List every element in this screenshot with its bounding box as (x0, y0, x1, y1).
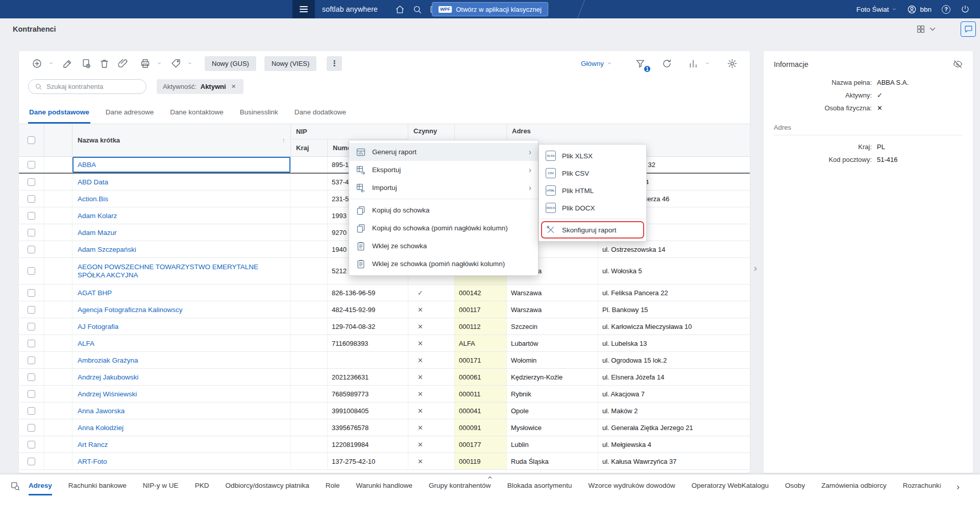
row-checkbox[interactable] (28, 357, 35, 364)
row-checkbox[interactable] (28, 407, 35, 415)
add-options-button[interactable] (46, 55, 56, 72)
row-checkbox[interactable] (28, 306, 35, 314)
global-search-button[interactable] (408, 0, 426, 18)
submenu-item-plik-docx[interactable]: DOCXPlik DOCX (539, 199, 646, 217)
new-vies-button[interactable]: Nowy (VIES) (264, 56, 316, 71)
submenu-item-plik-xlsx[interactable]: XLSXPlik XLSX (539, 147, 646, 164)
column-header-nip[interactable]: NIP (291, 124, 408, 139)
attachments-button[interactable] (114, 55, 131, 72)
user-menu[interactable]: bbn (907, 5, 932, 14)
menu-item-kopiuj-do-schowka[interactable]: Kopiuj do schowka (349, 201, 538, 219)
menu-item-importuj[interactable]: Importuj (349, 179, 538, 197)
contractor-link[interactable]: AJ Fotografia (78, 323, 118, 330)
contractor-link[interactable]: ALFA (78, 340, 94, 347)
submenu-item-plik-html[interactable]: HTMLPlik HTML (539, 182, 646, 199)
contractor-link[interactable]: Agencja Fotograficzna Kalinowscy (78, 306, 183, 314)
scroll-tabs-right-button[interactable] (938, 479, 965, 495)
collapse-info-panel-button[interactable] (749, 259, 762, 277)
row-checkbox[interactable] (28, 373, 35, 381)
bottom-tab-zamówienia-odbiorcy[interactable]: Zamówienia odbiorcy (821, 474, 887, 495)
contractor-link[interactable]: Anna Jaworska (78, 407, 125, 415)
bottom-tab-grupy-kontrahentów[interactable]: Grupy kontrahentów (429, 474, 491, 495)
bottom-tab-operatorzy-webkatalogu[interactable]: Operatorzy WebKatalogu (692, 474, 769, 495)
menu-item-wklej-ze-schowka-pomiń-nagłówki-kolumn[interactable]: Wklej ze schowka (pomiń nagłówki kolumn) (349, 255, 538, 273)
open-classic-app-button[interactable]: WPF Otwórz w aplikacji klasycznej (432, 2, 548, 16)
hide-panel-button[interactable] (953, 59, 963, 69)
logout-button[interactable] (961, 5, 970, 14)
layout-selector-button[interactable] (914, 22, 939, 36)
row-checkbox[interactable] (28, 424, 35, 432)
contractor-link[interactable]: Action.Bis (78, 195, 108, 203)
menu-item-kopiuj-do-schowka-pomiń-nagłówki-kolumn[interactable]: Kopiuj do schowka (pomiń nagłówki kolumn… (349, 219, 538, 237)
bottom-tab-rozrachunki[interactable]: Rozrachunki (903, 474, 941, 495)
contractor-link[interactable]: Art Rancz (78, 441, 108, 448)
menu-item-wklej-ze-schowka[interactable]: Wklej ze schowka (349, 237, 538, 255)
menu-item-eksportuj[interactable]: Eksportuj (349, 161, 538, 179)
contractor-link[interactable]: Adam Kolarz (78, 212, 117, 220)
refresh-button[interactable] (658, 55, 675, 72)
settings-button[interactable] (723, 55, 741, 72)
bottom-tab-wzorce-wydruków-dowodów[interactable]: Wzorce wydruków dowodów (588, 474, 675, 495)
more-actions-button[interactable] (327, 56, 342, 71)
contractor-link[interactable]: AGAT BHP (78, 289, 112, 297)
tab-dane-dodatkowe[interactable]: Dane dodatkowe (293, 108, 347, 124)
row-checkbox[interactable] (28, 229, 35, 236)
submenu-item-plik-csv[interactable]: CSVPlik CSV (539, 164, 646, 182)
bottom-tab-rachunki-bankowe[interactable]: Rachunki bankowe (68, 474, 127, 495)
contractor-link[interactable]: ABD Data (78, 178, 108, 186)
remove-filter-button[interactable] (230, 83, 237, 90)
analysis-button[interactable] (684, 55, 702, 72)
row-checkbox[interactable] (28, 323, 35, 330)
submenu-item-skonfiguruj-raport[interactable]: Skonfiguruj raport (539, 221, 646, 239)
print-button[interactable] (136, 55, 154, 72)
row-checkbox[interactable] (28, 267, 35, 275)
tab-businesslink[interactable]: Businesslink (239, 108, 279, 124)
bottom-tab-blokada-asortymentu[interactable]: Blokada asortymentu (507, 474, 572, 495)
bottom-tab-role[interactable]: Role (326, 474, 340, 495)
contractor-link[interactable]: Andrzej Wiśniewski (78, 390, 137, 398)
contractor-link[interactable]: Adam Mazur (78, 229, 117, 236)
contractor-link[interactable]: Ambroziak Grażyna (78, 357, 138, 364)
row-checkbox[interactable] (28, 289, 35, 297)
bottom-tab-warunki-handlowe[interactable]: Warunki handlowe (356, 474, 412, 495)
bottom-tab-adresy[interactable]: Adresy (29, 474, 52, 495)
filter-button[interactable]: 1 (631, 55, 649, 72)
contractor-link[interactable]: Adam Szczepański (78, 246, 136, 253)
tab-dane-podstawowe[interactable]: Dane podstawowe (28, 108, 90, 124)
column-header-name[interactable]: Nazwa krótka ↑ (72, 124, 291, 156)
company-selector[interactable]: Foto Świat (856, 6, 897, 13)
hamburger-menu-button[interactable] (292, 0, 315, 18)
row-checkbox[interactable] (28, 195, 35, 203)
browse-related-tabs-button[interactable] (10, 481, 20, 491)
print-options-button[interactable] (155, 55, 164, 72)
row-checkbox[interactable] (28, 441, 35, 448)
bottom-tab-odbiorcy-dostawcy-płatnika[interactable]: Odbiorcy/dostawcy płatnika (225, 474, 309, 495)
row-checkbox[interactable] (28, 390, 35, 398)
tab-dane-kontaktowe[interactable]: Dane kontaktowe (169, 108, 224, 124)
contractor-link[interactable]: Andrzej Jakubowski (78, 373, 138, 381)
row-checkbox[interactable] (28, 178, 35, 186)
column-header-kraj[interactable]: Kraj (291, 139, 328, 156)
add-button[interactable] (28, 55, 45, 72)
contractor-link[interactable]: AEGON POWSZECHNE TOWARZYSTWO EMERYTALNE … (78, 263, 285, 279)
new-gus-button[interactable]: Nowy (GUS) (205, 56, 256, 71)
contractor-search[interactable] (28, 79, 146, 94)
discussion-button[interactable] (961, 21, 976, 37)
edit-button[interactable] (59, 55, 76, 72)
bottom-tab-osoby[interactable]: Osoby (785, 474, 805, 495)
row-checkbox[interactable] (28, 212, 35, 220)
row-checkbox[interactable] (28, 340, 35, 347)
row-checkbox[interactable] (28, 458, 35, 465)
delete-button[interactable] (95, 55, 113, 72)
bottom-tab-nip-y-w-ue[interactable]: NIP-y w UE (143, 474, 179, 495)
bottom-tab-pkd[interactable]: PKD (195, 474, 209, 495)
duplicate-button[interactable] (77, 55, 94, 72)
view-selector[interactable]: Główny (581, 60, 612, 67)
tab-dane-adresowe[interactable]: Dane adresowe (105, 108, 155, 124)
home-button[interactable] (391, 0, 408, 18)
active-filter-chip[interactable]: Aktywność: Aktywni (157, 79, 243, 94)
contractor-link[interactable]: Anna Kołodziej (78, 424, 124, 432)
contractor-link[interactable]: ABBA (78, 161, 96, 169)
row-checkbox[interactable] (28, 161, 35, 169)
collapse-bottom-panel-button[interactable] (483, 474, 497, 481)
